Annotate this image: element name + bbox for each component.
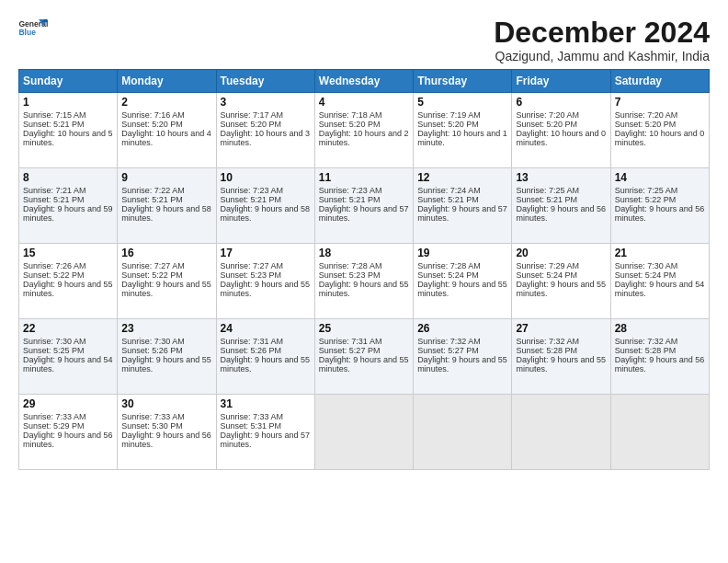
sunrise: Sunrise: 7:33 AM [121,412,185,421]
day-number: 23 [121,322,211,335]
daylight-label: Daylight: 9 hours and 55 minutes. [23,280,113,298]
day-number: 4 [319,96,409,109]
calendar-cell: 6Sunrise: 7:20 AMSunset: 5:20 PMDaylight… [512,93,610,168]
subtitle: Qazigund, Jammu and Kashmir, India [494,49,710,63]
calendar-cell: 28Sunrise: 7:32 AMSunset: 5:28 PMDayligh… [610,319,709,395]
week-row-2: 15Sunrise: 7:26 AMSunset: 5:22 PMDayligh… [19,244,710,319]
calendar-cell: 12Sunrise: 7:24 AMSunset: 5:21 PMDayligh… [414,168,512,244]
sunset: Sunset: 5:24 PM [417,270,479,280]
day-number: 28 [615,322,705,335]
daylight-label: Daylight: 10 hours and 4 minutes. [121,129,211,147]
header-wednesday: Wednesday [314,70,413,93]
daylight-label: Daylight: 9 hours and 57 minutes. [417,204,507,223]
calendar-cell: 27Sunrise: 7:32 AMSunset: 5:28 PMDayligh… [512,319,610,395]
day-number: 21 [615,247,705,259]
calendar-cell: 16Sunrise: 7:27 AMSunset: 5:22 PMDayligh… [118,244,216,319]
sunrise: Sunrise: 7:15 AM [23,110,86,120]
sunrise: Sunrise: 7:23 AM [221,186,284,195]
sunset: Sunset: 5:20 PM [319,120,381,129]
daylight-label: Daylight: 9 hours and 54 minutes. [23,355,113,373]
sunrise: Sunrise: 7:19 AM [417,110,481,120]
sunset: Sunset: 5:23 PM [319,270,381,280]
sunrise: Sunrise: 7:32 AM [615,337,678,346]
sunset: Sunset: 5:24 PM [615,270,677,280]
daylight-label: Daylight: 10 hours and 0 minutes. [615,129,705,147]
daylight-label: Daylight: 9 hours and 56 minutes. [615,204,705,223]
calendar-cell: 17Sunrise: 7:27 AMSunset: 5:23 PMDayligh… [216,244,314,319]
sunrise: Sunrise: 7:26 AM [23,261,86,270]
day-number: 5 [417,96,507,109]
sunset: Sunset: 5:31 PM [221,421,282,431]
sunrise: Sunrise: 7:28 AM [319,261,382,270]
day-number: 31 [221,397,311,410]
day-number: 22 [23,322,113,335]
sunrise: Sunrise: 7:16 AM [121,110,185,120]
calendar-cell: 14Sunrise: 7:25 AMSunset: 5:22 PMDayligh… [610,168,709,244]
sunset: Sunset: 5:21 PM [417,195,479,204]
calendar-cell: 21Sunrise: 7:30 AMSunset: 5:24 PMDayligh… [610,244,709,319]
calendar-cell: 19Sunrise: 7:28 AMSunset: 5:24 PMDayligh… [414,244,512,319]
sunrise: Sunrise: 7:23 AM [319,186,382,195]
daylight-label: Daylight: 9 hours and 55 minutes. [516,355,606,373]
sunset: Sunset: 5:25 PM [23,346,85,355]
sunrise: Sunrise: 7:27 AM [221,261,284,270]
sunrise: Sunrise: 7:24 AM [417,186,481,195]
sunset: Sunset: 5:28 PM [516,346,577,355]
sunset: Sunset: 5:26 PM [221,346,282,355]
daylight-label: Daylight: 9 hours and 55 minutes. [221,355,311,373]
sunset: Sunset: 5:20 PM [221,120,282,129]
sunset: Sunset: 5:26 PM [121,346,183,355]
calendar-cell: 31Sunrise: 7:33 AMSunset: 5:31 PMDayligh… [216,395,314,470]
sunrise: Sunrise: 7:27 AM [121,261,185,270]
calendar-cell [610,395,709,470]
daylight-label: Daylight: 9 hours and 56 minutes. [516,204,606,223]
daylight-label: Daylight: 9 hours and 55 minutes. [121,355,211,373]
calendar-cell: 2Sunrise: 7:16 AMSunset: 5:20 PMDaylight… [118,93,216,168]
sunrise: Sunrise: 7:17 AM [221,110,284,120]
header-thursday: Thursday [414,70,512,93]
day-number: 30 [121,397,211,410]
sunset: Sunset: 5:20 PM [417,120,479,129]
sunrise: Sunrise: 7:18 AM [319,110,382,120]
sunrise: Sunrise: 7:30 AM [23,337,86,346]
sunrise: Sunrise: 7:32 AM [417,337,481,346]
header-monday: Monday [118,70,216,93]
calendar-cell: 18Sunrise: 7:28 AMSunset: 5:23 PMDayligh… [314,244,413,319]
month-title: December 2024 [494,17,710,49]
day-number: 6 [516,96,606,109]
sunset: Sunset: 5:22 PM [615,195,677,204]
daylight-label: Daylight: 9 hours and 55 minutes. [221,280,311,298]
day-number: 8 [23,171,113,184]
sunset: Sunset: 5:30 PM [121,421,183,431]
daylight-label: Daylight: 9 hours and 56 minutes. [23,431,113,449]
calendar-cell: 13Sunrise: 7:25 AMSunset: 5:21 PMDayligh… [512,168,610,244]
daylight-label: Daylight: 9 hours and 58 minutes. [221,204,311,223]
calendar-cell [512,395,610,470]
day-number: 18 [319,247,409,259]
daylight-label: Daylight: 9 hours and 54 minutes. [615,280,705,298]
week-row-1: 8Sunrise: 7:21 AMSunset: 5:21 PMDaylight… [19,168,710,244]
day-number: 15 [23,247,113,259]
header-friday: Friday [512,70,610,93]
calendar-cell: 24Sunrise: 7:31 AMSunset: 5:26 PMDayligh… [216,319,314,395]
sunrise: Sunrise: 7:30 AM [615,261,678,270]
calendar-cell: 23Sunrise: 7:30 AMSunset: 5:26 PMDayligh… [118,319,216,395]
calendar-cell: 11Sunrise: 7:23 AMSunset: 5:21 PMDayligh… [314,168,413,244]
sunrise: Sunrise: 7:33 AM [221,412,284,421]
sunrise: Sunrise: 7:33 AM [23,412,86,421]
sunset: Sunset: 5:27 PM [319,346,381,355]
sunrise: Sunrise: 7:25 AM [516,186,579,195]
sunset: Sunset: 5:27 PM [417,346,479,355]
calendar-cell: 22Sunrise: 7:30 AMSunset: 5:25 PMDayligh… [19,319,118,395]
sunset: Sunset: 5:24 PM [516,270,577,280]
calendar-cell: 26Sunrise: 7:32 AMSunset: 5:27 PMDayligh… [414,319,512,395]
calendar-cell: 20Sunrise: 7:29 AMSunset: 5:24 PMDayligh… [512,244,610,319]
day-number: 1 [23,96,113,109]
day-number: 19 [417,247,507,259]
sunrise: Sunrise: 7:31 AM [221,337,284,346]
day-number: 9 [121,171,211,184]
calendar-cell: 8Sunrise: 7:21 AMSunset: 5:21 PMDaylight… [19,168,118,244]
daylight-label: Daylight: 9 hours and 55 minutes. [121,280,211,298]
day-number: 11 [319,171,409,184]
daylight-label: Daylight: 9 hours and 56 minutes. [121,431,211,449]
